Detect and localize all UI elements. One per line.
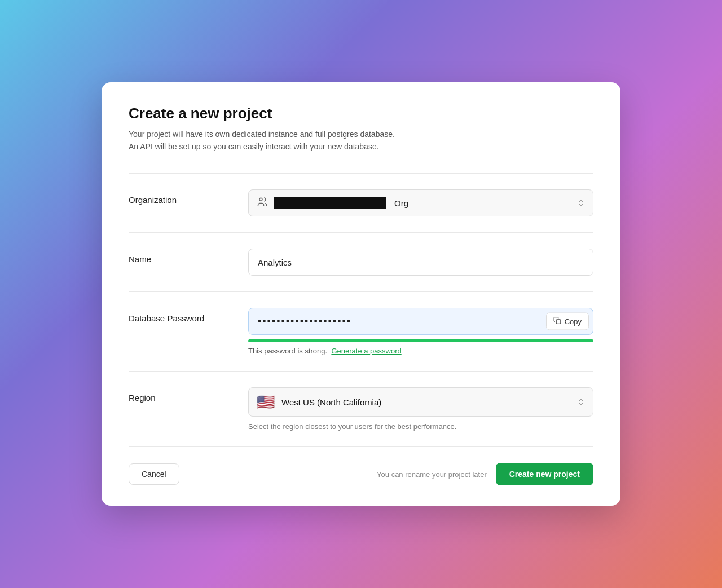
dialog-title: Create a new project [129,105,593,122]
password-hint: This password is strong. Generate a pass… [248,347,593,355]
name-label: Name [129,249,230,264]
org-suffix: Org [394,198,408,208]
password-strength-text: This password is strong. [248,347,327,355]
org-name-redacted [274,197,386,209]
copy-button[interactable]: Copy [546,313,589,330]
name-section: Name [129,232,593,291]
password-wrapper: Copy [248,308,593,335]
organization-section: Organization Org [129,173,593,232]
dialog-subtitle-line2: An API will be set up so you can easily … [129,142,379,151]
dialog-footer: Cancel You can rename your project later… [129,446,593,485]
region-name: West US (North California) [281,397,381,407]
password-section: Database Password Copy [129,291,593,371]
name-control [248,249,593,276]
password-control: Copy This password is strong. Generate a… [248,308,593,355]
dialog-subtitle: Your project will have its own dedicated… [129,128,593,153]
password-strength-bar [248,339,593,342]
region-control: 🇺🇸 West US (North California) Select the… [248,387,593,431]
region-select-chevron [577,398,585,406]
copy-icon [553,317,561,326]
dialog-subtitle-line1: Your project will have its own dedicated… [129,130,395,139]
password-label: Database Password [129,308,230,323]
us-flag-icon: 🇺🇸 [257,395,275,409]
region-hint: Select the region closest to your users … [248,422,593,431]
name-input[interactable] [248,249,593,276]
org-select-chevron [577,199,585,207]
copy-label: Copy [565,317,582,326]
create-project-button[interactable]: Create new project [496,463,593,485]
organization-label: Organization [129,189,230,205]
svg-point-0 [259,198,262,201]
region-select[interactable]: 🇺🇸 West US (North California) [248,387,593,417]
organization-select[interactable]: Org [248,189,593,216]
password-input[interactable] [248,308,593,335]
create-project-dialog: Create a new project Your project will h… [102,82,620,506]
dialog-overlay: Create a new project Your project will h… [0,0,722,588]
region-section: Region 🇺🇸 West US (North California) Sel… [129,371,593,446]
organization-control: Org [248,189,593,216]
generate-password-link[interactable]: Generate a password [331,347,401,355]
rename-hint: You can rename your project later [377,470,487,479]
org-icon [257,196,268,210]
region-label: Region [129,387,230,403]
cancel-button[interactable]: Cancel [129,463,179,485]
svg-rect-1 [556,320,561,324]
